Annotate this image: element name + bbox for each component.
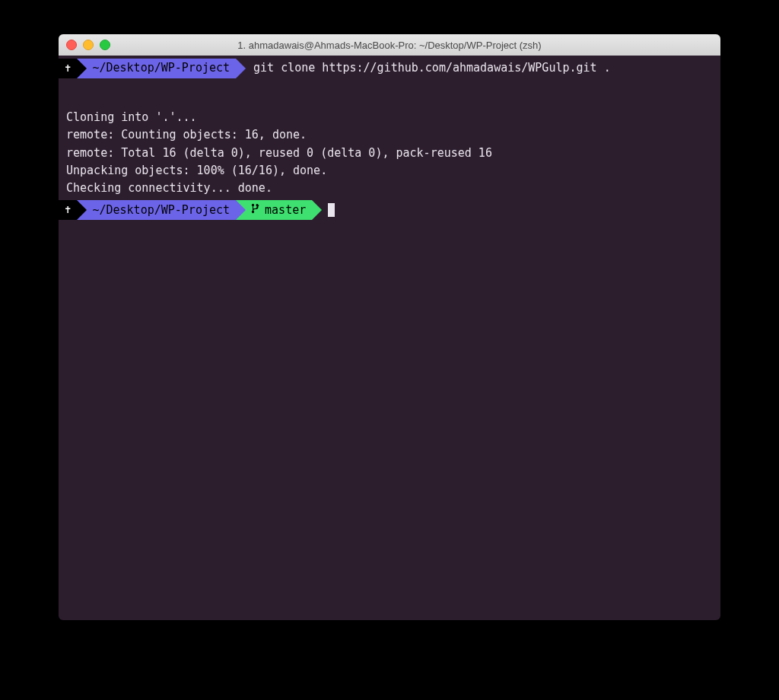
segment-arrow (312, 200, 322, 220)
blank-line (59, 80, 720, 98)
cursor (328, 203, 335, 217)
prompt-status-segment: ✝ (59, 59, 77, 78)
segment-arrow (77, 200, 87, 220)
segment-arrow (236, 59, 246, 78)
status-icon: ✝ (65, 60, 71, 77)
prompt-line-2: ✝ ~/Desktop/WP-Project master (59, 200, 720, 220)
minimize-icon[interactable] (83, 40, 94, 50)
titlebar[interactable]: 1. ahmadawais@Ahmads-MacBook-Pro: ~/Desk… (59, 34, 720, 56)
prompt-path: ~/Desktop/WP-Project (92, 59, 230, 77)
output-line: remote: Total 16 (delta 0), reused 0 (de… (66, 145, 713, 162)
prompt-path-segment: ~/Desktop/WP-Project (77, 200, 236, 220)
segment-arrow (236, 200, 246, 220)
command-text: git clone https://github.com/ahmadawais/… (253, 59, 611, 77)
prompt-branch: master (265, 202, 306, 219)
terminal-window: 1. ahmadawais@Ahmads-MacBook-Pro: ~/Desk… (59, 34, 720, 620)
prompt-branch-segment: master (236, 200, 312, 220)
maximize-icon[interactable] (100, 40, 110, 50)
command-output: Cloning into '.'... remote: Counting obj… (59, 109, 720, 197)
output-line: Cloning into '.'... (66, 109, 713, 126)
output-line: Unpacking objects: 100% (16/16), done. (66, 162, 713, 180)
traffic-lights (66, 40, 110, 50)
output-line: remote: Counting objects: 16, done. (66, 126, 713, 144)
close-icon[interactable] (66, 40, 77, 50)
status-icon: ✝ (65, 202, 71, 218)
terminal-body[interactable]: ✝ ~/Desktop/WP-Project git clone https:/… (59, 56, 720, 224)
segment-arrow (77, 59, 87, 78)
git-branch-icon (251, 202, 262, 219)
prompt-path-segment: ~/Desktop/WP-Project (77, 59, 236, 78)
prompt-status-segment: ✝ (59, 200, 77, 220)
output-line: Checking connectivity... done. (66, 180, 713, 197)
window-title: 1. ahmadawais@Ahmads-MacBook-Pro: ~/Desk… (237, 40, 541, 51)
prompt-line-1: ✝ ~/Desktop/WP-Project git clone https:/… (59, 59, 720, 78)
prompt-path: ~/Desktop/WP-Project (92, 202, 230, 219)
